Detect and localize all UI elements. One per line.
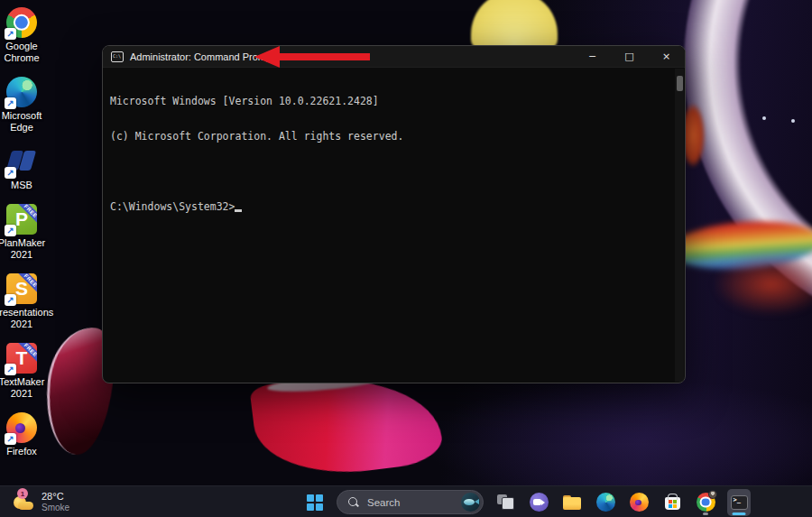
console-line-blank: [110, 166, 681, 178]
taskbar-center-icons: Search: [303, 486, 751, 517]
wallpaper-shape: [668, 217, 812, 274]
active-app-indicator: [733, 512, 746, 515]
wallpaper-shape: [713, 253, 812, 316]
desktop-icon-label: Google Chrome: [0, 41, 51, 64]
desktop-icon-microsoft-edge[interactable]: ↗ Microsoft Edge: [0, 77, 51, 134]
desktop-icon-presentations-2021[interactable]: S FREE ↗ Presentations 2021: [0, 273, 51, 330]
wallpaper-shape: [471, 0, 558, 49]
desktop: ↗ Google Chrome ↗ Microsoft Edge ↗ MSB P…: [0, 0, 812, 517]
taskbar-item-terminal-active[interactable]: >_: [727, 489, 751, 516]
red-arrow-head: [254, 46, 280, 68]
wallpaper-shape: [433, 383, 812, 487]
shortcut-arrow-icon: ↗: [5, 97, 16, 109]
edge-icon: [596, 493, 615, 512]
desktop-icon-column: ↗ Google Chrome ↗ Microsoft Edge ↗ MSB P…: [0, 7, 47, 470]
taskbar-item-task-view[interactable]: [494, 489, 517, 516]
command-prompt-window: C:\ Administrator: Command Prompt ─ □ × …: [102, 45, 686, 383]
search-label: Search: [367, 497, 453, 508]
window-titlebar[interactable]: C:\ Administrator: Command Prompt ─ □ ×: [103, 46, 685, 68]
weather-temperature: 28°C: [42, 491, 69, 503]
notification-badge: 1: [17, 488, 28, 499]
terminal-icon: >_: [731, 495, 748, 510]
scrollbar[interactable]: [675, 69, 684, 382]
console-prompt: C:\Windows\System32>: [110, 200, 235, 213]
file-explorer-icon: [563, 495, 581, 510]
desktop-icon-label: Presentations 2021: [0, 307, 51, 330]
console-output[interactable]: Microsoft Windows [Version 10.0.22621.24…: [103, 68, 685, 241]
red-arrow-shaft: [278, 53, 370, 60]
desktop-icon-label: TextMaker 2021: [0, 376, 51, 400]
fish-tail: [475, 499, 479, 504]
weather-icon: 1: [13, 492, 35, 512]
taskbar-item-edge[interactable]: [594, 489, 617, 516]
taskbar-item-microsoft-store[interactable]: [660, 489, 684, 516]
shortcut-arrow-icon: ↗: [5, 167, 16, 179]
taskbar-item-chrome[interactable]: [694, 489, 717, 516]
taskbar: 1 28°C Smoke Search: [0, 485, 812, 517]
text-cursor: [235, 202, 242, 212]
desktop-icon-label: Microsoft Edge: [0, 110, 51, 134]
running-indicator: [703, 512, 708, 515]
chat-icon: [530, 493, 549, 512]
window-controls: ─ □ ×: [574, 46, 685, 67]
windows-logo-icon: [307, 494, 323, 511]
taskbar-item-firefox[interactable]: [627, 489, 651, 516]
taskbar-item-file-explorer[interactable]: [560, 489, 584, 516]
desktop-icon-textmaker-2021[interactable]: T FREE ↗ TextMaker 2021: [0, 343, 51, 400]
console-line: Microsoft Windows [Version 10.0.22621.24…: [110, 96, 681, 107]
desktop-icon-planmaker-2021[interactable]: P FREE ↗ PlanMaker 2021: [0, 204, 51, 261]
wallpaper-shape: [762, 116, 766, 120]
console-line: (c) Microsoft Corporation. All rights re…: [110, 131, 681, 143]
search-icon: [348, 497, 359, 508]
window-title: Administrator: Command Prompt: [130, 51, 274, 62]
close-button[interactable]: ×: [648, 46, 685, 67]
search-box[interactable]: Search: [337, 490, 484, 514]
video-camera-icon: [533, 499, 541, 505]
wallpaper-shape: [791, 119, 795, 123]
desktop-icon-label: PlanMaker 2021: [0, 237, 51, 261]
shortcut-arrow-icon: ↗: [5, 225, 16, 236]
start-button[interactable]: [303, 489, 327, 516]
shortcut-arrow-icon: ↗: [5, 28, 16, 40]
profile-avatar-badge: [708, 490, 717, 499]
shortcut-arrow-icon: ↗: [5, 364, 16, 375]
minimize-button[interactable]: ─: [574, 46, 611, 67]
firefox-icon: [630, 493, 649, 512]
search-daily-image-icon: [461, 493, 480, 512]
fish-icon: [464, 499, 475, 505]
desktop-icon-firefox[interactable]: ↗ Firefox: [0, 412, 51, 457]
shortcut-arrow-icon: ↗: [5, 433, 16, 445]
console-prompt-line: C:\Windows\System32>: [110, 201, 681, 213]
desktop-icon-msb[interactable]: ↗ MSB: [0, 146, 51, 191]
microsoft-logo-grid: [669, 500, 677, 508]
shortcut-arrow-icon: ↗: [5, 294, 16, 306]
microsoft-store-icon: [665, 497, 680, 510]
taskbar-item-chat[interactable]: [527, 489, 550, 516]
desktop-icon-label: MSB: [0, 180, 51, 191]
weather-widget[interactable]: 1 28°C Smoke: [5, 489, 77, 515]
task-view-icon: [497, 494, 514, 510]
cmd-app-icon: C:\: [111, 51, 124, 62]
maximize-button[interactable]: □: [611, 46, 648, 67]
desktop-icon-label: Firefox: [0, 446, 51, 457]
scrollbar-thumb[interactable]: [677, 76, 683, 91]
desktop-icon-google-chrome[interactable]: ↗ Google Chrome: [0, 7, 51, 64]
weather-condition: Smoke: [42, 503, 69, 513]
